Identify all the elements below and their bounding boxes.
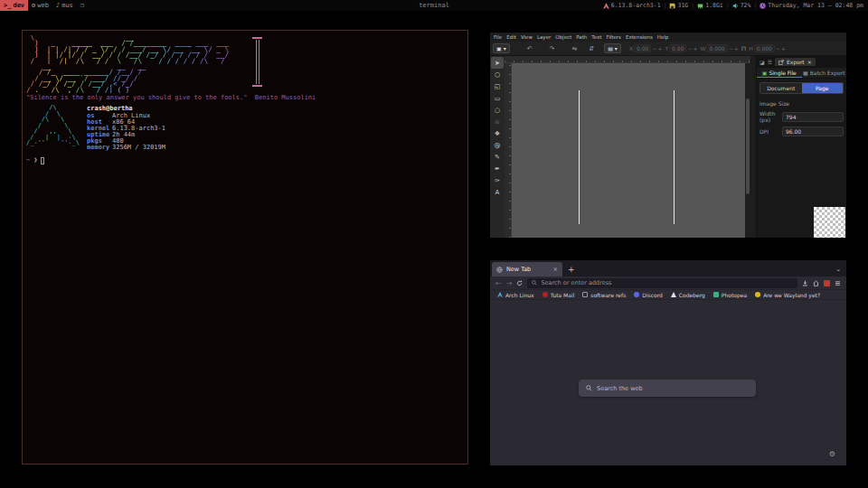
ascii-banner-welcome: \ __ ) _ _____ ___ / /________ ____ ___ … [26,35,241,64]
extension-icon[interactable] [824,280,830,286]
y-spinner[interactable]: Y0.00−+ [665,44,697,52]
canvas-scrollbar[interactable] [745,63,750,238]
selection-mode-button[interactable]: ▣▾ [493,43,510,53]
volume-module: 72% [732,2,751,9]
music-icon: ♪ [56,2,60,9]
speaker-icon [732,3,739,9]
single-file-tab[interactable]: ▣Single File [757,68,802,78]
bookmark-tuta-mail[interactable]: Tuta Mail [542,292,575,298]
close-icon[interactable]: × [807,59,812,65]
bookmark-codeberg[interactable]: Codeberg [671,292,705,298]
bookmark-wayland[interactable]: Are we Wayland yet? [755,292,820,298]
forward-button[interactable]: → [506,279,513,287]
bookmark-software-refs[interactable]: software refs [582,292,626,298]
search-icon [532,280,537,286]
url-bar[interactable]: Search or enter address [527,278,797,288]
quote-text: "Silence is the only answer you should g… [26,95,464,101]
web-search-box[interactable]: Search the web [579,380,756,397]
ascii-banner-back: __ __ __ / /_ ____ ______/ /__/ / / __ \… [26,64,146,93]
width-input[interactable]: 794 [782,112,844,122]
batch-export-tab[interactable]: ▦Batch Export [802,68,847,78]
lock-icon[interactable]: ⊓ [741,45,746,52]
selector-tool[interactable]: ➤ [491,57,504,69]
star-tool[interactable]: ☆ [491,116,504,127]
pencil-tool[interactable]: ✎ [491,151,504,163]
home-button[interactable] [813,280,819,286]
window-icon: ❐ [80,2,84,9]
memory-module: 1.8Gi [697,2,723,9]
flip-vertical-icon[interactable]: ⇵ [589,45,594,52]
menu-path[interactable]: Path [576,34,587,40]
fill-stroke-dialog-icon[interactable]: ◪ [760,59,765,65]
bookmark-photopea[interactable]: Photopea [713,292,747,298]
horizontal-ruler [505,56,750,63]
arch-icon [603,3,609,9]
browser-window[interactable]: New Tab × + ⌄ ← → Search or enter addres… [490,260,846,465]
box-3d-tool[interactable]: ❖ [491,127,504,139]
pen-tool[interactable]: ✒ [491,163,504,174]
x-spinner[interactable]: X0.00−+ [629,44,663,52]
inkscape-window[interactable]: File Edit View Layer Object Path Text Fi… [490,33,846,238]
h-spinner[interactable]: H0.000−+ [749,44,786,52]
menu-edit[interactable]: Edit [506,34,516,40]
downloads-button[interactable] [802,280,808,286]
workspace-dev[interactable]: >_ dev [0,0,28,11]
export-tab[interactable]: Export × [775,58,816,66]
layers-dialog-icon[interactable]: ☰ [768,59,772,65]
browser-tab[interactable]: New Tab × [492,262,562,277]
terminal-window[interactable]: \ __ ) _ _____ ___ / /________ ____ ___ … [22,30,468,465]
align-dropdown[interactable]: ▤▾ [604,43,621,53]
menu-object[interactable]: Object [555,34,571,40]
menu-help[interactable]: Help [657,34,669,40]
bookmark-arch-linux[interactable]: Arch Linux [497,292,534,298]
export-page-button[interactable]: Page [802,83,844,93]
node-tool[interactable]: ⬡ [491,69,504,80]
shell-prompt[interactable]: ~ ❯ [26,157,464,164]
canvas[interactable] [512,63,745,238]
new-tab-button[interactable]: + [568,265,575,274]
workspace-mus[interactable]: ♪ mus [52,0,77,11]
new-tab-page: Search the web ⚙ [490,300,846,465]
tab-close-icon[interactable]: × [553,266,558,273]
tab-list-chevron-icon[interactable]: ⌄ [835,266,841,273]
bookmark-discord[interactable]: Discord [634,292,663,298]
tool-controls-bar: ▣▾ ↶ ↷ ⇋ ⇵ ▤▾ X0.00−+ Y0.00−+ W0.000−+ ⊓… [490,42,846,56]
export-document-button[interactable]: Document [760,83,802,93]
text-tool[interactable]: A [491,186,504,198]
reload-button[interactable] [516,280,523,286]
workspace-web[interactable]: ⚙ web [28,0,52,11]
ascii-banner: \ __ ) _ _____ ___ / /________ ____ ___ … [26,35,464,93]
codeberg-icon [671,292,676,297]
rotate-ccw-icon[interactable]: ↶ [527,45,533,52]
dpi-label: DPI [760,128,779,135]
shape-builder-tool[interactable]: ◱ [491,80,504,92]
wayland-icon [755,292,760,297]
rectangle-tool[interactable]: ▭ [491,92,504,104]
layout-indicator[interactable]: ❐ [77,0,88,11]
back-button[interactable]: ← [495,279,502,287]
clock-module: Thursday, Mar 13 — 02:48 pm [760,2,863,9]
arch-icon [497,292,503,297]
menu-filters[interactable]: Filters [606,34,621,40]
rotate-cw-icon[interactable]: ↷ [550,45,555,52]
flip-horizontal-icon[interactable]: ⇋ [571,45,577,52]
menu-view[interactable]: View [521,34,533,40]
ram-icon [697,3,703,9]
clock-icon [760,3,766,9]
search-placeholder: Search the web [597,385,643,392]
menu-layer[interactable]: Layer [537,34,551,40]
menu-text[interactable]: Text [591,34,601,40]
menu-button[interactable] [835,280,841,286]
calligraphy-tool[interactable]: ✑ [491,174,504,186]
search-icon [586,385,592,391]
folder-icon [582,292,588,297]
ellipse-tool[interactable]: ○ [491,104,504,116]
page-border-left [579,90,580,224]
spiral-tool[interactable]: @ [491,139,504,151]
menu-file[interactable]: File [494,34,502,40]
navigation-bar: ← → Search or enter address [490,277,846,290]
menu-extensions[interactable]: Extensions [626,34,653,40]
w-spinner[interactable]: W0.000−+ [701,44,739,52]
dpi-input[interactable]: 96.00 [782,127,844,136]
personalize-gear-icon[interactable]: ⚙ [829,450,835,458]
